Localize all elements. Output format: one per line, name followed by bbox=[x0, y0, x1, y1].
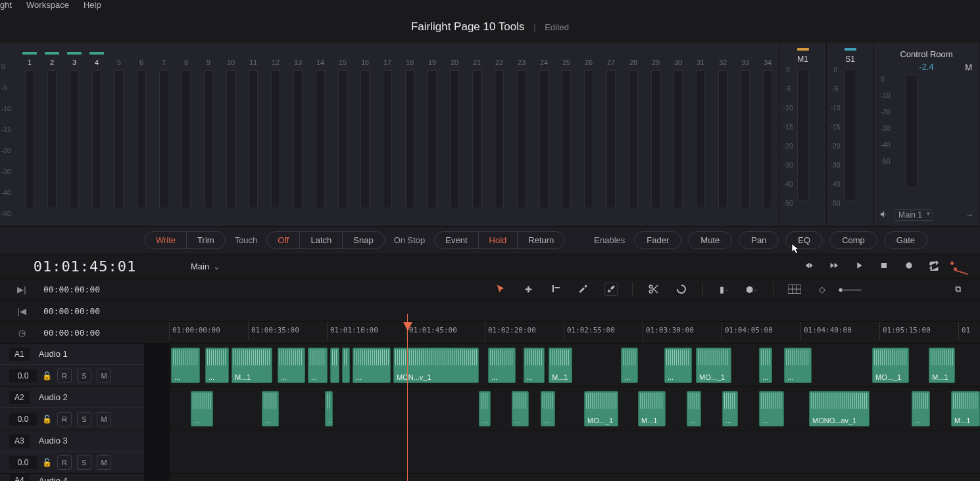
audio-clip[interactable]: ... bbox=[687, 391, 701, 426]
audio-clip[interactable]: ... bbox=[512, 391, 529, 426]
track-volume[interactable]: 0.0 bbox=[9, 369, 37, 382]
enable-fader[interactable]: Fader bbox=[634, 231, 681, 249]
enable-pan[interactable]: Pan bbox=[739, 231, 779, 249]
out-point-timecode[interactable]: 00:00:00:00 bbox=[43, 306, 100, 316]
audio-clip[interactable]: MON...v_1 bbox=[393, 348, 479, 383]
track-lane[interactable] bbox=[170, 474, 980, 481]
track-meter[interactable]: 11 bbox=[242, 52, 264, 226]
expand-icon[interactable]: ⧉ bbox=[951, 283, 964, 296]
audio-clip[interactable]: ... bbox=[524, 348, 545, 383]
audio-clip[interactable]: ... bbox=[262, 391, 279, 426]
track-meter[interactable]: 15 bbox=[331, 52, 354, 226]
track-name[interactable]: Audio 2 bbox=[39, 392, 68, 402]
audio-clip[interactable]: ... bbox=[759, 391, 784, 426]
track-header[interactable]: A3Audio 30.0🔓RSM bbox=[0, 430, 145, 473]
arrow-right-icon[interactable]: → bbox=[966, 210, 973, 219]
timeline-ruler[interactable]: 01:00:00:0001:00:35:0001:01:10:0001:01:4… bbox=[170, 322, 980, 344]
menu-help[interactable]: Help bbox=[84, 0, 101, 10]
track-volume[interactable]: 0.0 bbox=[9, 456, 37, 469]
track-meter[interactable]: 2 bbox=[41, 52, 63, 226]
track-m-button[interactable]: M bbox=[97, 455, 111, 470]
track-meter[interactable]: 26 bbox=[577, 52, 600, 226]
track-name[interactable]: Audio 3 bbox=[39, 436, 68, 446]
pencil-tool[interactable] bbox=[604, 283, 618, 296]
bus-meter-s1[interactable]: S1 0-5-10-15-20-30-40-50 bbox=[826, 43, 873, 226]
track-meter[interactable]: 16 bbox=[354, 52, 376, 226]
audio-clip[interactable] bbox=[330, 348, 339, 383]
audio-clip[interactable]: M...1 bbox=[638, 391, 666, 426]
track-name[interactable]: Audio 4 bbox=[39, 476, 68, 482]
audio-clip[interactable]: ... bbox=[205, 348, 229, 383]
track-meter[interactable]: 19 bbox=[421, 52, 443, 226]
out-point-icon[interactable]: |◀ bbox=[0, 306, 43, 316]
menu-workspace[interactable]: Workspace bbox=[26, 0, 69, 10]
lock-icon[interactable]: 🔓 bbox=[42, 458, 52, 467]
razor-tool[interactable] bbox=[577, 283, 590, 296]
pill-snap[interactable]: Snap bbox=[343, 232, 383, 248]
audio-clip[interactable]: ... bbox=[308, 348, 328, 383]
track-header[interactable]: A1Audio 10.0🔓RSM bbox=[0, 344, 145, 386]
audio-clip[interactable]: MO..._1 bbox=[696, 348, 731, 383]
audio-clip[interactable]: ... bbox=[171, 348, 200, 383]
track-meter[interactable]: 31 bbox=[689, 52, 712, 226]
in-point-icon[interactable]: ▶| bbox=[0, 285, 43, 294]
keyframe-icon[interactable]: ●─── bbox=[843, 283, 856, 296]
track-meter[interactable]: 13 bbox=[287, 52, 309, 226]
audio-clip[interactable]: ... bbox=[353, 348, 391, 383]
flag-marker-lightblue[interactable]: ⬢⌄ bbox=[745, 283, 758, 296]
in-point-timecode[interactable]: 00:00:00:00 bbox=[43, 285, 100, 294]
range-tool[interactable]: ✚ bbox=[522, 283, 535, 296]
pill-latch[interactable]: Latch bbox=[300, 232, 343, 248]
audio-clip[interactable]: MONO...av_1 bbox=[809, 391, 870, 426]
enable-comp[interactable]: Comp bbox=[829, 231, 877, 249]
track-meter[interactable]: 21 bbox=[466, 52, 488, 226]
track-meter[interactable]: 17 bbox=[376, 52, 399, 226]
track-meter[interactable]: 30 bbox=[667, 52, 689, 226]
audio-clip[interactable]: ... bbox=[541, 391, 555, 426]
track-header[interactable]: A4Audio 4 bbox=[0, 474, 145, 481]
track-header[interactable]: A2Audio 20.0🔓RSM bbox=[0, 387, 145, 430]
track-lane[interactable]: ......M...1.........MON...v_1......M...1… bbox=[170, 344, 980, 386]
track-m-button[interactable]: M bbox=[97, 412, 111, 426]
pill-event[interactable]: Event bbox=[435, 232, 478, 248]
track-s-button[interactable]: S bbox=[77, 369, 91, 383]
track-lane[interactable] bbox=[170, 430, 980, 473]
selection-tool[interactable] bbox=[494, 283, 507, 296]
track-meter[interactable]: 25 bbox=[555, 52, 577, 226]
duration-timecode[interactable]: 00:00:00:00 bbox=[43, 328, 100, 338]
audio-clip[interactable]: ... bbox=[191, 391, 213, 426]
track-meter[interactable]: 9 bbox=[197, 52, 220, 226]
speaker-icon[interactable] bbox=[879, 210, 889, 221]
audio-clip[interactable]: ... bbox=[325, 391, 333, 426]
trim-tool[interactable] bbox=[549, 283, 562, 296]
enable-gate[interactable]: Gate bbox=[884, 231, 927, 249]
track-meter[interactable]: 28 bbox=[622, 52, 645, 226]
play-button[interactable] bbox=[854, 260, 864, 273]
main-timecode[interactable]: 01:01:45:01 bbox=[0, 258, 170, 275]
audio-clip[interactable]: M...1 bbox=[232, 348, 272, 383]
audio-clip[interactable]: ... bbox=[759, 348, 772, 383]
lock-icon[interactable]: 🔓 bbox=[42, 415, 52, 424]
bus-meter-m1[interactable]: M1 0-5-10-15-20-30-40-50 bbox=[779, 43, 826, 226]
pill-trim[interactable]: Trim bbox=[187, 232, 225, 248]
track-meter[interactable]: 33 bbox=[734, 52, 756, 226]
track-meter[interactable]: 32 bbox=[712, 52, 734, 226]
pill-hold[interactable]: Hold bbox=[479, 232, 518, 248]
pill-off[interactable]: Off bbox=[267, 232, 300, 248]
track-lane[interactable]: ..................MO..._1M...1.........M… bbox=[170, 387, 980, 430]
track-meter[interactable]: 34 bbox=[756, 52, 779, 226]
audio-clip[interactable]: ... bbox=[479, 391, 491, 426]
audio-clip[interactable] bbox=[342, 348, 350, 383]
audio-clip[interactable]: ... bbox=[912, 391, 930, 426]
enable-mute[interactable]: Mute bbox=[688, 231, 732, 249]
audio-clip[interactable]: ... bbox=[664, 348, 692, 383]
pill-write[interactable]: Write bbox=[145, 232, 187, 248]
track-meter[interactable]: 4 bbox=[86, 52, 108, 226]
track-meter[interactable]: 10 bbox=[220, 52, 242, 226]
pill-return[interactable]: Return bbox=[518, 232, 564, 248]
audio-clip[interactable]: MO..._1 bbox=[872, 348, 909, 383]
track-meter[interactable]: 22 bbox=[488, 52, 510, 226]
audio-clip[interactable]: M...1 bbox=[929, 348, 955, 383]
track-meter[interactable]: 8 bbox=[175, 52, 197, 226]
audio-clip[interactable]: ... bbox=[784, 348, 812, 383]
